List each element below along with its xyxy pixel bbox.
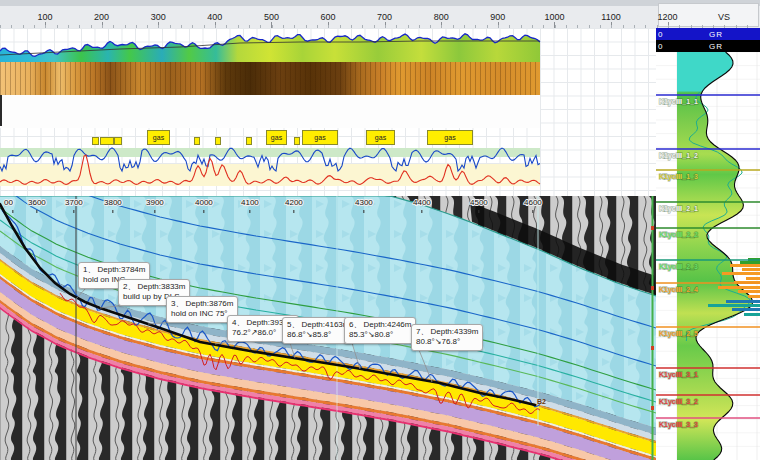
- formation-top-label: K1ycⅢ_2_4: [659, 286, 698, 294]
- formation-top-label: K1ycⅢ_3_1: [659, 371, 698, 379]
- annotation-line1: 3、Depth:3876m: [171, 299, 233, 309]
- ruler-label: 700: [377, 12, 392, 22]
- ruler-label: 300: [151, 12, 166, 22]
- ruler-label: 900: [490, 12, 505, 22]
- divider-marker: [651, 286, 654, 290]
- annotation-number: 2、: [123, 282, 135, 291]
- annotation-number: 6、: [349, 320, 361, 329]
- gr-reference-panel[interactable]: 0 GR 0 GR K1ycⅢ_1_1K1ycⅢ_1_2K1ycⅢ_1_3K1y…: [656, 28, 760, 460]
- depth-scale-label: 3800: [104, 198, 122, 207]
- geosteering-app: VS 1002003004005006007008009001000110012…: [0, 0, 760, 460]
- ruler-label: 100: [37, 12, 52, 22]
- ruler-label: 500: [264, 12, 279, 22]
- annotation-line2: 85.3°↘80.8°: [349, 330, 411, 340]
- show-bar: [718, 286, 760, 289]
- divider-marker: [651, 226, 654, 230]
- annotation-line1: 7、Depth:4339m: [416, 327, 478, 337]
- log-curves-svg: [0, 28, 656, 196]
- formation-top-label: K1ycⅢ_1_1: [659, 98, 698, 106]
- gr-title: GR: [672, 30, 760, 39]
- ruler-label: 200: [94, 12, 109, 22]
- depth-scale-tick: [12, 210, 14, 213]
- show-bar: [748, 295, 760, 298]
- depth-scale-tick: [532, 210, 534, 213]
- annotation-number: 3、: [171, 299, 183, 308]
- depth-scale-tick: [154, 210, 156, 213]
- gr-log-svg: K1ycⅢ_1_1K1ycⅢ_1_2K1ycⅢ_1_3K1ycⅢ_2_1K1yc…: [656, 52, 760, 460]
- ruler-label: 1100: [601, 12, 620, 22]
- gr-fill: [0, 34, 540, 62]
- depth-scale-label: 4400: [413, 198, 431, 207]
- depth-scale-label: 4200: [285, 198, 303, 207]
- formation-top-label: K1ycⅢ_1_3: [659, 173, 698, 181]
- log-track-panel[interactable]: gasgasgasgasgas 72.871.079.987.185.486.3…: [0, 28, 656, 196]
- formation-top-label: K1ycⅢ_2_5: [659, 330, 698, 338]
- depth-scale-label: 00: [4, 198, 13, 207]
- formation-top-label: K1ycⅢ_1_2: [659, 152, 698, 160]
- annotation-number: 1、: [83, 265, 95, 274]
- formation-top-label: K1ycⅢ_2_1: [659, 205, 698, 213]
- annotation-line2: 86.8°↘85.8°: [287, 330, 349, 340]
- depth-scale-label: 3600: [28, 198, 46, 207]
- gr-header-black: 0 GR: [656, 40, 760, 52]
- ruler-label: 600: [320, 12, 335, 22]
- divider-marker: [651, 346, 654, 350]
- annotation-callout[interactable]: 7、Depth:4339m80.8°↘76.8°: [411, 324, 483, 351]
- depth-scale-tick: [36, 210, 38, 213]
- depth-scale-label: 4000: [195, 198, 213, 207]
- depth-scale-tick: [73, 210, 75, 213]
- annotation-number: 4、: [232, 318, 244, 327]
- ruler-unit-label: VS: [718, 12, 730, 22]
- show-bar: [744, 313, 760, 316]
- annotation-line1: 5、Depth:4163m: [287, 320, 349, 330]
- show-bar: [726, 300, 760, 303]
- panel-divider-strip: [652, 196, 654, 460]
- depth-scale-tick: [293, 210, 295, 213]
- show-bar: [732, 308, 760, 311]
- target-label: B2: [537, 398, 546, 405]
- ruler-label: 400: [207, 12, 222, 22]
- depth-scale-label: 4500: [470, 198, 488, 207]
- show-bar: [746, 277, 760, 280]
- show-bar: [730, 264, 760, 267]
- formation-top-label: K1ycⅢ_3_3: [659, 421, 698, 429]
- ruler-label: 1200: [658, 12, 678, 22]
- depth-scale-tick: [203, 210, 205, 213]
- depth-scale-label: 3900: [146, 198, 164, 207]
- depth-scale-label: 4100: [241, 198, 259, 207]
- gr-title: GR: [672, 42, 760, 51]
- ruler-label: 1000: [544, 12, 564, 22]
- depth-scale-tick: [363, 210, 365, 213]
- depth-scale-tick: [478, 210, 480, 213]
- annotation-line1: 2、Depth:3833m: [123, 282, 185, 292]
- formation-top-label: K1ycⅢ_2_3: [659, 263, 698, 271]
- gr-header-blue: 0 GR: [656, 28, 760, 40]
- show-bar: [742, 268, 760, 271]
- annotation-callout[interactable]: 6、Depth:4246m85.3°↘80.8°: [344, 317, 416, 344]
- ruler-label: 800: [434, 12, 449, 22]
- annotation-line2: hold on INC 75°: [171, 309, 233, 319]
- depth-scale-label: 4300: [355, 198, 373, 207]
- gr-min-value: 0: [658, 42, 672, 51]
- depth-scale-tick: [249, 210, 251, 213]
- show-bar: [722, 272, 760, 275]
- annotation-number: 7、: [416, 327, 428, 336]
- show-bar: [708, 304, 760, 307]
- show-bar: [740, 261, 760, 264]
- gr-min-value: 0: [658, 30, 672, 39]
- annotation-line1: 1、Depth:3784m: [83, 265, 145, 275]
- vs-ruler: VS 1002003004005006007008009001000110012…: [0, 0, 760, 29]
- depth-scale-label: 4600: [524, 198, 542, 207]
- formation-top-label: K1ycⅢ_3_2: [659, 398, 698, 406]
- depth-scale-label: 3700: [65, 198, 83, 207]
- formation-top-label: K1ycⅢ_2_2: [659, 231, 698, 239]
- show-bar: [738, 290, 760, 293]
- divider-marker: [651, 406, 654, 410]
- depth-scale-tick: [421, 210, 423, 213]
- annotation-line1: 6、Depth:4246m: [349, 320, 411, 330]
- annotation-number: 5、: [287, 320, 299, 329]
- depth-scale-tick: [112, 210, 114, 213]
- annotation-line2: 80.8°↘76.8°: [416, 337, 478, 347]
